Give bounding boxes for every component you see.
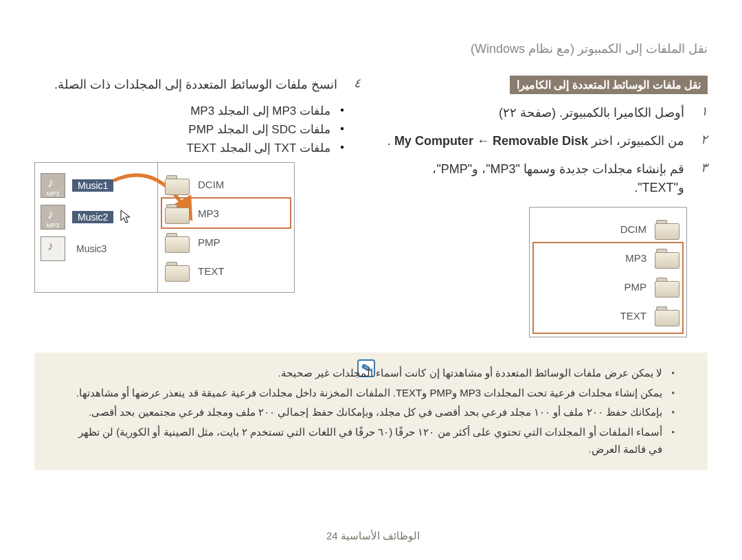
note-item: بإمكانك حفظ ٢٠٠ ملف أو ١٠٠ مجلد فرعي بحد… — [71, 403, 675, 421]
folder-row: TEXT — [164, 256, 289, 285]
step-post: . — [387, 134, 391, 148]
step-text: انسخ ملفات الوسائط المتعددة إلى المجلدات… — [34, 76, 337, 94]
folder-icon — [165, 260, 190, 281]
folder-row: DCIM — [164, 170, 289, 199]
step-3: ٣ قم بإنشاء مجلدات جديدة وسمها "MP3"، و"… — [381, 160, 708, 197]
icon-tag: MP3 — [47, 190, 60, 197]
note-item: يمكن إنشاء مجلدات فرعية تحت المجلدات MP3… — [71, 384, 675, 402]
cursor-icon — [120, 210, 131, 225]
folder-icon — [655, 305, 679, 326]
step-number: ٢ — [694, 132, 708, 147]
bullet-item: ملفات TXT إلى المجلد TEXT — [34, 141, 344, 155]
main-columns: نقل ملفات الوسائط المتعددة إلى الكاميرا … — [34, 76, 708, 337]
explorer-windows: MP3 Music1 MP3 Music2 Music3 — [34, 162, 361, 293]
note-item: أسماء الملفات أو المجلدات التي تحتوي على… — [71, 423, 675, 458]
step-text: أوصل الكاميرا بالكمبيوتر. (صفحة ٢٢) — [381, 104, 684, 122]
folder-label: TEXT — [620, 310, 647, 322]
step-2: ٢ من الكمبيوتر، اختر My Computer ← Remov… — [381, 132, 708, 150]
file-label: Music3 — [72, 243, 111, 255]
folder-label: DCIM — [198, 179, 224, 190]
mp3-file-icon — [41, 236, 65, 261]
page-footer: الوظائف الأساسية 24 — [0, 530, 742, 542]
step-number: ٤ — [347, 76, 361, 91]
icon-tag: MP3 — [47, 222, 60, 229]
folder-label: MP3 — [625, 252, 647, 264]
bullet-item: ملفات MP3 إلى المجلد MP3 — [34, 104, 344, 118]
sub-bullets: ملفات MP3 إلى المجلد MP3 ملفات SDC إلى ا… — [34, 104, 344, 155]
step-number: ١ — [694, 104, 708, 119]
my-computer-label: My Computer — [394, 134, 473, 148]
music-files-window: MP3 Music1 MP3 Music2 Music3 — [34, 162, 158, 293]
step-pre: من الكمبيوتر، اختر — [588, 134, 684, 148]
folder-icon — [165, 174, 190, 194]
arrow-icon: ← — [477, 134, 493, 148]
folder-window-right: DCIM MP3 PMP TEXT — [529, 207, 687, 337]
column-left: ٤ انسخ ملفات الوسائط المتعددة إلى المجلد… — [34, 76, 361, 337]
folder-window-left: DCIM MP3 PMP TEXT — [157, 162, 295, 293]
page-number: 24 — [326, 530, 338, 541]
file-row: MP3 Music1 — [41, 170, 152, 201]
file-row: Music3 — [41, 233, 152, 265]
folder-label: PMP — [624, 281, 647, 293]
removable-disk-label: Removable Disk — [493, 134, 588, 148]
folder-icon — [165, 203, 190, 223]
folder-row: PMP — [535, 272, 681, 301]
mp3-file-icon: MP3 — [41, 205, 65, 229]
folder-row: DCIM — [535, 214, 681, 243]
note-item: لا يمكن عرض ملفات الوسائط المتعددة أو مش… — [71, 364, 675, 382]
folder-label: TEXT — [198, 265, 224, 277]
folder-row: MP3 — [164, 199, 289, 227]
file-label-selected: Music2 — [72, 211, 113, 223]
step-text: قم بإنشاء مجلدات جديدة وسمها "MP3"، و"PM… — [381, 160, 684, 197]
folder-icon — [655, 276, 679, 297]
folder-label: MP3 — [198, 208, 219, 219]
mp3-file-icon: MP3 — [41, 173, 65, 198]
folder-icon — [165, 232, 190, 252]
column-right: نقل ملفات الوسائط المتعددة إلى الكاميرا … — [381, 76, 708, 337]
folder-icon — [655, 247, 679, 268]
folder-label: DCIM — [620, 223, 647, 235]
step-number: ٣ — [694, 160, 708, 175]
file-row: MP3 Music2 — [41, 201, 152, 233]
section-heading: نقل ملفات الوسائط المتعددة إلى الكاميرا — [510, 76, 708, 94]
file-label-selected: Music1 — [72, 179, 113, 192]
folder-row: PMP — [164, 227, 289, 256]
folder-row: TEXT — [535, 301, 681, 330]
notes-box: ✎ لا يمكن عرض ملفات الوسائط المتعددة أو … — [34, 352, 708, 470]
folder-label: PMP — [198, 236, 221, 248]
folder-icon — [655, 219, 679, 239]
step-4: ٤ انسخ ملفات الوسائط المتعددة إلى المجلد… — [34, 76, 361, 94]
footer-label: الوظائف الأساسية — [341, 530, 420, 541]
folder-row: MP3 — [535, 243, 681, 272]
bullet-item: ملفات SDC إلى المجلد PMP — [34, 122, 344, 137]
page-title: نقل الملفات إلى الكمبيوتر (مع نظام Windo… — [34, 41, 708, 56]
step-1: ١ أوصل الكاميرا بالكمبيوتر. (صفحة ٢٢) — [381, 104, 708, 122]
step-text: من الكمبيوتر، اختر My Computer ← Removab… — [381, 132, 684, 150]
